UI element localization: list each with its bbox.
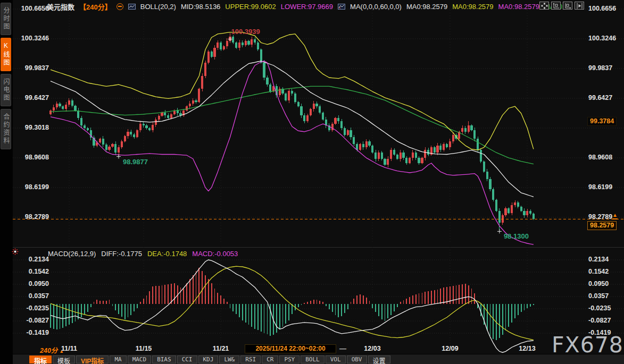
collapse-icon[interactable] — [117, 3, 123, 10]
ma0-value-yellow: MA0:98.2579 — [452, 3, 493, 11]
toolbar-tab-指标[interactable]: 指标 — [29, 355, 52, 363]
cursor-dash: — — [339, 344, 346, 352]
macd-axis-label-left: -0.1419 — [16, 329, 49, 336]
toolbar-tab-MA[interactable]: MA — [110, 355, 126, 363]
toolbar-tab-CR[interactable]: CR — [262, 355, 278, 363]
price-axis-label-left: 100.6656 — [16, 5, 49, 12]
date-label: 11/21 — [205, 345, 237, 352]
indicator-settings-icon[interactable] — [12, 248, 19, 257]
boll-upper-value: UPPER:99.0602 — [225, 3, 276, 11]
macd-axis-label-right: 0.0950 — [588, 280, 621, 287]
toolbar-tab-CCI[interactable]: CCI — [177, 355, 197, 363]
toolbar-tab-PSY[interactable]: PSY — [279, 355, 299, 363]
price-axis-label-left: 100.3246 — [16, 35, 49, 42]
toolbar-tab-VIP指标[interactable]: VIP指标 — [76, 355, 109, 363]
date-label: 11/11 — [53, 345, 85, 352]
sidebar-item-lightning-chart[interactable]: 闪电图 — [1, 74, 11, 106]
macd-axis-label-right: -0.0235 — [588, 304, 621, 312]
crosshair-tool-icon[interactable] — [539, 2, 549, 10]
price-axis-label-left: 98.2789 — [16, 213, 49, 221]
sidebar-item-time-chart[interactable]: 分时图 — [1, 3, 11, 35]
sidebar-item-kline-chart[interactable]: K线图 — [1, 38, 11, 71]
macd-axis-label-left: -0.0235 — [16, 304, 49, 312]
toolbar-tab-BIAS[interactable]: BIAS — [152, 355, 176, 363]
macd-diff-value: DIFF:-0.1775 — [101, 250, 142, 258]
price-axis-label-left: 99.9837 — [16, 64, 49, 72]
macd-macd-value: MACD:-0.0053 — [192, 250, 238, 258]
ma0-value-white: MA0:98.2579 — [406, 3, 447, 11]
macd-axis-label-left: 0.1542 — [16, 268, 49, 275]
toolbar-tab-RSI[interactable]: RSI — [240, 355, 261, 363]
boll-mid-value: MID:98.5136 — [181, 3, 220, 11]
period-label[interactable]: 【240分】 — [79, 2, 112, 12]
price-axis-label-right: 99.6427 — [588, 94, 621, 101]
toolbar-tab-BOLL[interactable]: BOLL — [301, 355, 325, 363]
extreme-price-label: 100.3939 — [231, 28, 260, 36]
price-axis-label-left: 99.3018 — [16, 124, 49, 131]
price-axis-label-left: 98.9608 — [16, 154, 49, 161]
toolbar-tab-VOL[interactable]: VOL — [326, 355, 346, 363]
main-price-chart[interactable]: 100.393998.987798.1300 — [13, 0, 624, 247]
candlestick-series — [49, 33, 535, 231]
price-axis-label-right: 100.6656 — [588, 5, 621, 12]
macd-axis-label-left: -0.0827 — [16, 317, 49, 324]
ma0-value-magenta: MA0:98.2579 — [498, 3, 539, 11]
axis-badge-last-price: 98.2579 — [587, 221, 617, 230]
macd-axis-label-right: 0.0357 — [588, 292, 621, 300]
boll-lower-value: LOWER:97.9669 — [281, 3, 333, 11]
price-axis-label-right: 99.9837 — [588, 64, 621, 72]
macd-axis-label-left: 0.0950 — [16, 280, 49, 287]
extreme-price-label: 98.9877 — [123, 158, 148, 166]
macd-axis-label-right: 0.1542 — [588, 268, 621, 275]
date-label: 12/13 — [511, 345, 543, 352]
boll-indicator-icon[interactable] — [128, 4, 136, 10]
symbol-title: 美元指数 — [47, 2, 74, 12]
sidebar-item-contract-info[interactable]: 合约资料 — [1, 109, 11, 149]
time-axis: 240分▲ 2025/11/24 22:00~02:00 — 11/1111/1… — [0, 344, 624, 353]
date-label: 12/03 — [356, 345, 388, 352]
toolbar-tab-模板[interactable]: 模板 — [53, 355, 75, 363]
zoom-x-axis-icon[interactable] — [563, 2, 572, 10]
dea-line — [51, 266, 534, 340]
macd-axis-label-right: -0.0827 — [588, 317, 621, 324]
chart-tool-icons — [539, 2, 584, 10]
extreme-cross-marker — [497, 229, 502, 233]
scroll-to-latest-button[interactable]: ▲ — [612, 213, 618, 219]
cursor-time-label: 2025/11/24 22:00~02:00 — [245, 344, 336, 353]
watermark: FX678 — [552, 332, 623, 358]
macd-indicator-chart[interactable] — [13, 247, 624, 353]
macd-axis-label-right: 0.2134 — [588, 256, 621, 263]
date-label: 11/15 — [128, 345, 160, 352]
macd-axis-label-left: 0.0357 — [16, 292, 49, 300]
price-axis-label-right: 98.9608 — [588, 154, 621, 161]
price-axis-label-left: 98.6199 — [16, 183, 49, 191]
price-axis-label-left: 99.6427 — [16, 94, 49, 101]
sidebar: 分时图K线图闪电图合约资料 — [0, 0, 13, 364]
price-axis-label-right: 98.6199 — [588, 183, 621, 191]
indicator-header: 美元指数 【240分】 BOLL(20,2) MID:98.5136 UPPER… — [47, 2, 568, 11]
ma-indicator-icon[interactable] — [338, 4, 345, 10]
macd-axis-label-left: 0.2134 — [16, 256, 49, 263]
axis-badge-period-high: 99.3784 — [587, 117, 617, 126]
toolbar-tab-设置[interactable]: 设置 — [368, 355, 390, 363]
boll-params: BOLL(20,2) — [140, 3, 176, 11]
price-annotations: 100.393998.987798.1300 — [117, 28, 529, 241]
macd-header: MACD(26,12,9) DIFF:-0.1775 DEA:-0.1748 M… — [48, 250, 238, 258]
toolbar-tab-LW&[interactable]: LW& — [219, 355, 239, 363]
extreme-cross-marker — [228, 37, 232, 41]
zoom-y-axis-icon[interactable] — [551, 2, 561, 10]
indicator-toolbar: 指标模板VIP指标MAMACDBIASCCIKDJLW&RSICRPSYBOLL… — [13, 354, 624, 364]
app-root: 分时图K线图闪电图合约资料 100.393998.987798.1300 美元指… — [0, 0, 624, 364]
toolbar-tab-MACD[interactable]: MACD — [128, 355, 152, 363]
date-label: 12/09 — [434, 345, 466, 352]
toolbar-tab-OBV[interactable]: OBV — [347, 355, 367, 363]
pan-right-icon[interactable] — [575, 2, 584, 10]
macd-dea-value: DEA:-0.1748 — [147, 250, 187, 258]
extreme-price-label: 98.1300 — [504, 232, 529, 240]
ma-params: MA(0,0,0,60,0,0) — [350, 3, 402, 11]
macd-params: MACD(26,12,9) — [48, 250, 96, 258]
boll-mid-line — [51, 61, 534, 197]
toolbar-tab-KDJ[interactable]: KDJ — [198, 355, 219, 363]
price-axis-label-right: 100.3246 — [588, 35, 621, 42]
